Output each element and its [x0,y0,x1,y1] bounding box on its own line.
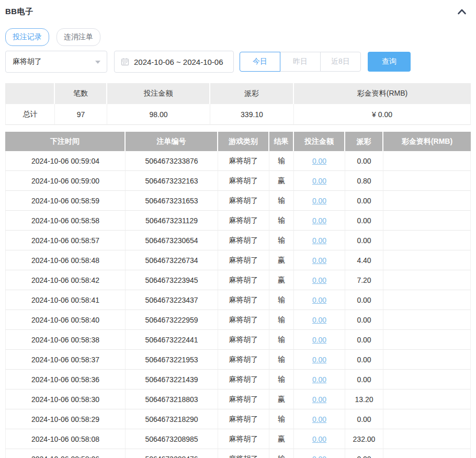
cell-bet-time: 2024-10-06 00:58:58 [5,211,126,231]
cell-bonus [383,409,471,429]
tab-voided-bets[interactable]: 连消注单 [56,28,100,46]
bet-amount-link[interactable]: 0.00 [312,177,326,185]
cell-payout: 13.20 [345,390,383,409]
table-body: 2024-10-06 00:59:045064673233876麻将胡了输0.0… [5,151,471,458]
bet-amount-link[interactable]: 0.00 [312,336,326,344]
date-range-input[interactable]: 2024-10-06 ~ 2024-10-06 [114,51,234,73]
yesterday-button[interactable]: 昨日 [280,52,321,72]
cell-game-type: 麻将胡了 [218,231,269,250]
cell-result: 输 [269,449,294,458]
cell-bet-time: 2024-10-06 00:58:38 [5,330,126,350]
tab-bet-records[interactable]: 投注记录 [5,28,49,46]
bet-amount-link[interactable]: 0.00 [312,197,326,205]
bet-amount-link[interactable]: 0.00 [312,455,326,458]
cell-bet-amount: 0.00 [294,429,345,449]
cell-bet-time: 2024-10-06 00:58:41 [5,290,126,310]
cell-bonus [383,390,471,409]
cell-payout: 4.40 [345,250,383,270]
bet-amount-link[interactable]: 0.00 [312,415,326,423]
page-title: BB电子 [5,7,33,17]
bet-amount-link[interactable]: 0.00 [312,157,326,165]
cell-order-id: 5064673231129 [126,211,218,231]
col-header-order-id: 注单编号 [126,132,218,151]
cell-bet-amount: 0.00 [294,390,345,409]
bet-amount-link[interactable]: 0.00 [312,316,326,324]
table-row: 2024-10-06 00:59:045064673233876麻将胡了输0.0… [5,151,471,171]
cell-game-type: 麻将胡了 [218,290,269,310]
cell-order-id: 5064673222441 [126,330,218,350]
cell-order-id: 5064673233876 [126,151,218,171]
summary-header-empty [5,83,55,104]
cell-result: 赢 [269,390,294,409]
cell-bet-time: 2024-10-06 00:58:57 [5,231,126,250]
chevron-down-icon [95,61,100,64]
cell-payout: 0.00 [345,310,383,330]
cell-order-id: 5064673222959 [126,310,218,330]
quick-date-button-group: 今日 昨日 近8日 [240,52,361,72]
table-row: 2024-10-06 00:58:085064673208985麻将胡了赢0.0… [5,429,471,449]
col-header-payout: 派彩 [345,132,383,151]
last-8-days-button[interactable]: 近8日 [320,52,361,72]
cell-payout: 0.80 [345,171,383,191]
cell-order-id: 5064673221439 [126,370,218,390]
cell-result: 输 [269,409,294,429]
cell-bet-time: 2024-10-06 00:58:30 [5,390,126,409]
table-row: 2024-10-06 00:58:295064673218290麻将胡了输0.0… [5,409,471,429]
cell-payout: 0.00 [345,151,383,171]
cell-order-id: 5064673223437 [126,290,218,310]
cell-order-id: 5064673218290 [126,409,218,429]
summary-header-bet-amount: 投注金额 [107,83,210,104]
cell-bet-amount: 0.00 [294,350,345,370]
search-button[interactable]: 查询 [368,52,411,72]
cell-bet-amount: 0.00 [294,191,345,211]
cell-order-id: 5064673232163 [126,171,218,191]
table-row: 2024-10-06 00:58:595064673231653麻将胡了输0.0… [5,191,471,211]
cell-result: 输 [269,330,294,350]
panel-header: BB电子 [5,5,471,18]
bet-records-panel: BB电子 投注记录 连消注单 麻将胡了 [0,0,476,458]
bet-amount-link[interactable]: 0.00 [312,216,326,225]
bet-amount-link[interactable]: 0.00 [312,395,326,404]
cell-game-type: 麻将胡了 [218,390,269,409]
cell-game-type: 麻将胡了 [218,350,269,370]
cell-payout: 0.00 [345,290,383,310]
bet-amount-link[interactable]: 0.00 [312,236,326,245]
table-row: 2024-10-06 00:58:385064673222441麻将胡了输0.0… [5,330,471,350]
table-row: 2024-10-06 00:58:585064673231129麻将胡了输0.0… [5,211,471,231]
record-tabs: 投注记录 连消注单 [5,28,471,46]
summary-total-label: 总计 [5,104,55,125]
cell-payout: 0.00 [345,409,383,429]
cell-game-type: 麻将胡了 [218,429,269,449]
summary-table: 笔数 投注金额 派彩 彩金资料(RMB) 总计 97 98.00 339.10 … [5,83,471,125]
cell-bet-time: 2024-10-06 00:58:42 [5,270,126,290]
bet-amount-link[interactable]: 0.00 [312,256,326,265]
summary-total-count: 97 [55,104,107,125]
col-header-game-type: 游戏类别 [218,132,269,151]
cell-game-type: 麻将胡了 [218,449,269,458]
cell-result: 输 [269,211,294,231]
cell-bet-amount: 0.00 [294,310,345,330]
bet-amount-link[interactable]: 0.00 [312,276,326,284]
cell-result: 赢 [269,270,294,290]
game-select[interactable]: 麻将胡了 [5,51,107,73]
cell-bonus [383,350,471,370]
cell-game-type: 麻将胡了 [218,171,269,191]
cell-result: 输 [269,310,294,330]
table-row: 2024-10-06 00:58:485064673226734麻将胡了赢0.0… [5,250,471,270]
collapse-panel-button[interactable] [456,7,468,16]
col-header-result: 结果 [269,132,294,151]
cell-bet-time: 2024-10-06 00:58:29 [5,409,126,429]
cell-bonus [383,449,471,458]
cell-bonus [383,211,471,231]
col-header-bonus: 彩金资料(RMB) [383,132,471,151]
cell-result: 输 [269,151,294,171]
cell-order-id: 5064673223945 [126,270,218,290]
bet-amount-link[interactable]: 0.00 [312,435,326,443]
date-range-value: 2024-10-06 ~ 2024-10-06 [134,58,223,66]
bet-amount-link[interactable]: 0.00 [312,375,326,384]
bet-amount-link[interactable]: 0.00 [312,296,326,304]
today-button[interactable]: 今日 [240,52,280,72]
cell-payout: 232.00 [345,429,383,449]
bet-amount-link[interactable]: 0.00 [312,356,326,364]
table-row: 2024-10-06 00:58:375064673221953麻将胡了输0.0… [5,350,471,370]
